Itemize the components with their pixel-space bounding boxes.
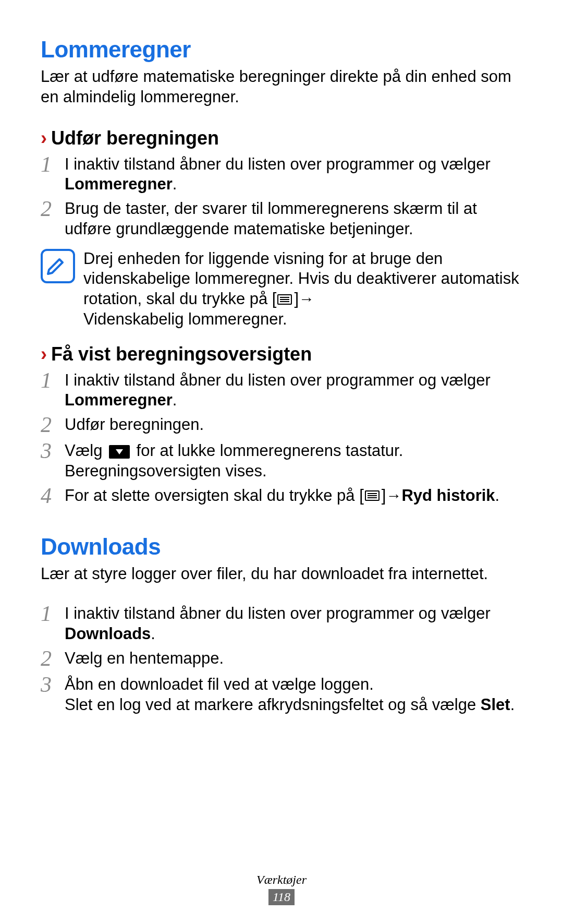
- step-text: Åbn en downloadet fil ved at vælge logge…: [65, 675, 522, 715]
- note-pencil-icon: [41, 249, 75, 283]
- note-box: Drej enheden for liggende visning for at…: [41, 249, 522, 330]
- step-number: 2: [41, 647, 56, 669]
- chevron-icon: ›: [41, 127, 47, 149]
- step-2: 2 Vælg en hentemappe.: [41, 649, 522, 670]
- step-1: 1 I inaktiv tilstand åbner du listen ove…: [41, 604, 522, 644]
- section-title-lommeregner: Lommeregner: [41, 37, 522, 63]
- step-text: Vælg en hentemappe.: [65, 649, 522, 669]
- menu-icon: [277, 294, 293, 306]
- intro-downloads: Lær at styre logger over filer, du har d…: [41, 564, 522, 584]
- step-text: I inaktiv tilstand åbner du listen over …: [65, 604, 522, 644]
- subheading-text: Få vist beregningsoversigten: [51, 343, 312, 365]
- step-3: 3 Vælg for at lukke lommeregnerens tasta…: [41, 441, 522, 482]
- step-text: Brug de taster, der svarer til lommeregn…: [65, 199, 522, 239]
- step-number: 1: [41, 603, 56, 625]
- step-2: 2 Brug de taster, der svarer til lommere…: [41, 199, 522, 239]
- step-number: 2: [41, 414, 56, 436]
- document-page: Lommeregner Lær at udføre matematiske be…: [0, 0, 563, 924]
- step-1: 1 I inaktiv tilstand åbner du listen ove…: [41, 154, 522, 195]
- step-number: 4: [41, 485, 56, 507]
- footer-category: Værktøjer: [0, 873, 563, 887]
- step-text: Vælg for at lukke lommeregnerens tastatu…: [65, 441, 522, 482]
- menu-icon: [365, 490, 381, 502]
- step-number: 1: [41, 369, 56, 391]
- step-2: 2 Udfør beregningen.: [41, 415, 522, 437]
- step-number: 3: [41, 440, 56, 462]
- subheading-fa-vist-beregningsoversigten: › Få vist beregningsoversigten: [41, 343, 522, 365]
- step-number: 2: [41, 198, 56, 220]
- step-text: Udfør beregningen.: [65, 415, 522, 435]
- footer-page-number: 118: [268, 889, 295, 905]
- subheading-udfor-beregningen: › Udfør beregningen: [41, 127, 522, 149]
- intro-lommeregner: Lær at udføre matematiske beregninger di…: [41, 67, 522, 107]
- step-1: 1 I inaktiv tilstand åbner du listen ove…: [41, 370, 522, 411]
- step-number: 3: [41, 674, 56, 695]
- note-text: Drej enheden for liggende visning for at…: [83, 249, 522, 330]
- page-footer: Værktøjer 118: [0, 873, 563, 905]
- step-text: I inaktiv tilstand åbner du listen over …: [65, 154, 522, 195]
- step-text: For at slette oversigten skal du trykke …: [65, 486, 522, 506]
- dropdown-icon: [109, 445, 130, 459]
- subheading-text: Udfør beregningen: [51, 127, 219, 149]
- step-4: 4 For at slette oversigten skal du trykk…: [41, 486, 522, 508]
- section-title-downloads: Downloads: [41, 534, 522, 560]
- step-text: I inaktiv tilstand åbner du listen over …: [65, 370, 522, 411]
- chevron-icon: ›: [41, 343, 47, 365]
- step-number: 1: [41, 153, 56, 175]
- step-3: 3 Åbn en downloadet fil ved at vælge log…: [41, 675, 522, 715]
